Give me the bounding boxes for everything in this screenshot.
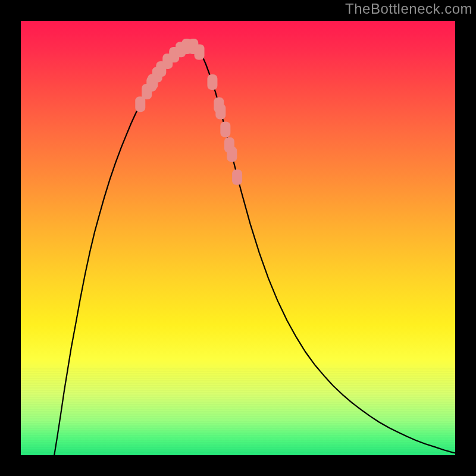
data-marker	[227, 146, 237, 162]
bottleneck-curve	[54, 46, 455, 455]
data-marker	[220, 122, 230, 137]
data-marker	[215, 104, 226, 120]
chart-frame: TheBottleneck.com	[0, 0, 476, 476]
data-markers	[135, 39, 242, 185]
data-marker	[232, 170, 242, 185]
watermark-text: TheBottleneck.com	[345, 1, 472, 17]
plot-area	[21, 21, 455, 455]
curve-layer	[21, 21, 455, 455]
data-marker	[195, 45, 205, 60]
data-marker	[207, 74, 217, 90]
data-marker	[135, 96, 145, 112]
